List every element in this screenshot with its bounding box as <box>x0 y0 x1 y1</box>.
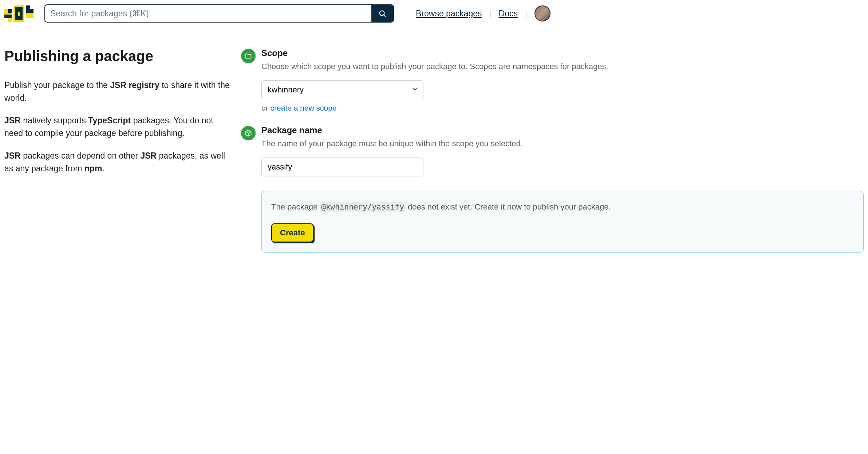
package-name-body: Package name The name of your package mu… <box>261 125 864 176</box>
package-name-description: The name of your package must be unique … <box>261 138 864 150</box>
package-name-input[interactable] <box>261 158 423 176</box>
page-title: Publishing a package <box>4 48 230 64</box>
intro-paragraph-2: JSR natively supports TypeScript package… <box>4 114 230 139</box>
svg-rect-5 <box>15 7 23 12</box>
header: Browse packages | Docs | <box>4 4 864 30</box>
package-name-section: Package name The name of your package mu… <box>241 125 864 176</box>
jsr-logo[interactable] <box>4 5 33 22</box>
intro-paragraph-3: JSR packages can depend on other JSR pac… <box>4 150 230 175</box>
nav-divider: | <box>525 9 527 19</box>
svg-rect-11 <box>26 9 33 13</box>
nav-links: Browse packages | Docs | <box>416 5 551 21</box>
intro-paragraph-1: Publish your package to the JSR registry… <box>4 79 230 104</box>
scope-title: Scope <box>261 48 864 58</box>
scope-body: Scope Choose which scope you want to pub… <box>261 48 864 112</box>
svg-line-14 <box>384 15 386 17</box>
nav-docs[interactable]: Docs <box>499 9 518 19</box>
intro: Publish your package to the JSR registry… <box>4 79 230 175</box>
scope-select[interactable] <box>261 80 423 99</box>
left-column: Publishing a package Publish your packag… <box>4 48 230 253</box>
main: Publishing a package Publish your packag… <box>4 30 864 253</box>
svg-rect-7 <box>15 12 18 16</box>
svg-rect-8 <box>20 12 23 16</box>
search-button[interactable] <box>371 5 393 22</box>
nav-divider: | <box>489 9 492 19</box>
create-new-scope-link[interactable]: create a new scope <box>271 104 337 112</box>
svg-rect-6 <box>15 16 23 20</box>
search-container <box>44 4 394 23</box>
create-box-text: The package @kwhinnery/yassify does not … <box>271 201 854 213</box>
create-box: The package @kwhinnery/yassify does not … <box>261 191 864 253</box>
or-create-scope: or create a new scope <box>261 104 864 112</box>
scope-select-wrapper <box>261 80 423 99</box>
svg-rect-3 <box>8 9 12 13</box>
folder-icon <box>241 49 256 63</box>
scope-section: Scope Choose which scope you want to pub… <box>241 48 864 112</box>
create-button[interactable]: Create <box>271 223 313 242</box>
right-column: Scope Choose which scope you want to pub… <box>241 48 864 253</box>
package-icon <box>241 126 256 140</box>
svg-rect-12 <box>26 5 30 9</box>
svg-rect-2 <box>4 15 12 18</box>
package-identifier: @kwhinnery/yassify <box>320 202 406 212</box>
scope-description: Choose which scope you want to publish y… <box>261 60 864 72</box>
avatar[interactable] <box>534 5 551 21</box>
search-input[interactable] <box>45 5 371 22</box>
search-icon <box>378 9 386 17</box>
nav-browse-packages[interactable]: Browse packages <box>416 9 482 19</box>
package-name-title: Package name <box>261 125 864 135</box>
